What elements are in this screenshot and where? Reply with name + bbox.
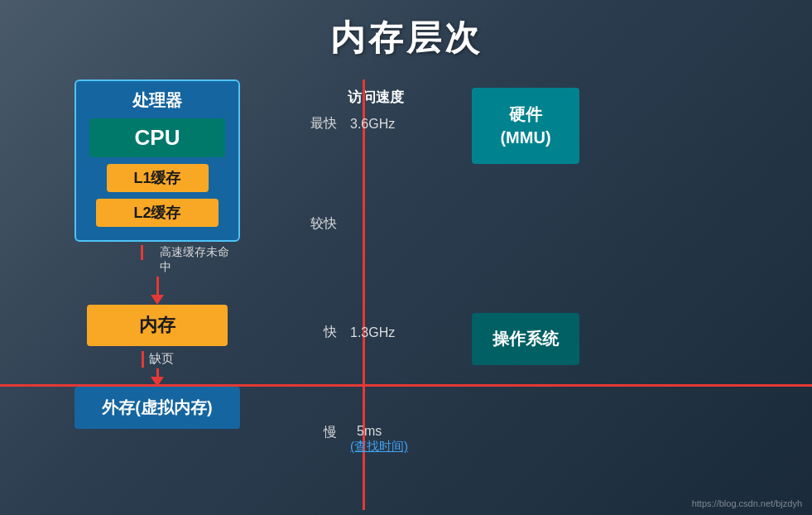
l1-cache-box: L1缓存: [107, 164, 209, 192]
hardware-mmu-box: 硬件(MMU): [472, 88, 579, 164]
cpu-box: CPU: [89, 118, 225, 157]
speed-label-fastest: 最快: [298, 115, 344, 132]
speed-label-fast: 快: [298, 324, 344, 341]
to-ext-arrow: [151, 368, 164, 387]
os-box: 操作系统: [472, 313, 579, 365]
speed-5ms-value: 5ms: [350, 424, 408, 439]
speed-label-faster: 较快: [298, 215, 344, 233]
memory-box: 内存: [87, 305, 228, 346]
mem-arrow-line: [156, 277, 159, 295]
speed-axis: 访问速度 最快 3.6GHz 较快 快 1.3GHz 慢: [298, 79, 447, 455]
speed-find-time-link[interactable]: (查找时间): [350, 439, 408, 455]
cache-miss-section: 高速缓存未命中: [74, 245, 240, 277]
mem-arrow-head: [151, 295, 164, 305]
main-content: 处理器 CPU L1缓存 L2缓存 高速缓存未命中 内存 缺页: [0, 71, 812, 515]
right-section: 访问速度 最快 3.6GHz 较快 快 1.3GHz 慢: [281, 79, 812, 515]
ext-arrow-head: [151, 377, 164, 387]
processor-box: 处理器 CPU L1缓存 L2缓存: [74, 79, 240, 242]
page-arrow-line: [142, 351, 144, 368]
ext-storage-box: 外存(虚拟内存): [74, 387, 240, 429]
page-fault-arrow: [142, 351, 144, 368]
speed-value-36ghz: 3.6GHz: [344, 117, 395, 132]
page-title: 内存层次: [0, 0, 812, 71]
ext-arrow-line: [156, 368, 159, 377]
speed-axis-title: 访问速度: [348, 88, 404, 107]
speed-row-fast: 快 1.3GHz: [298, 324, 395, 341]
speed-label-slow: 慢: [298, 424, 344, 441]
left-column: 处理器 CPU L1缓存 L2缓存 高速缓存未命中 内存 缺页: [33, 79, 281, 429]
speed-row-fastest: 最快 3.6GHz: [298, 115, 395, 132]
speed-value-13ghz: 1.3GHz: [344, 325, 395, 340]
hardware-column: 硬件(MMU) 操作系统: [447, 79, 579, 365]
slow-value-container: 5ms (查找时间): [344, 424, 408, 455]
speed-row-slow: 慢 5ms (查找时间): [298, 424, 408, 455]
hardware-mmu-label: 硬件(MMU): [500, 105, 550, 147]
cache-miss-label: 高速缓存未命中: [110, 245, 240, 275]
page-fault-section: 缺页: [142, 349, 174, 368]
processor-label: 处理器: [132, 89, 182, 112]
l2-cache-box: L2缓存: [96, 199, 219, 227]
to-memory-arrow: [151, 277, 164, 305]
speed-row-faster: 较快: [298, 215, 350, 233]
page-fault-label: 缺页: [149, 351, 174, 367]
watermark: https://blog.csdn.net/bjzdyh: [692, 498, 802, 508]
